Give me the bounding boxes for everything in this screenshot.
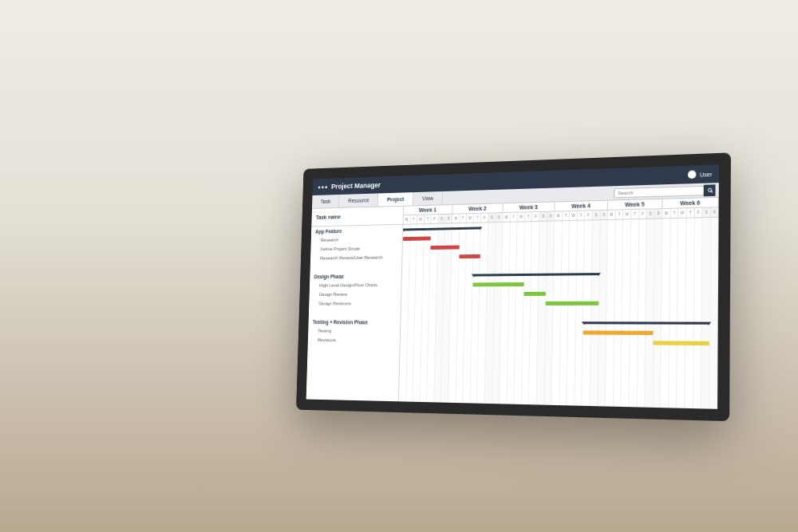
day-header: T — [616, 210, 624, 219]
day-header: T — [525, 212, 532, 221]
day-header: M — [452, 214, 460, 223]
gantt-summary-bar[interactable] — [583, 321, 709, 325]
day-header: M — [608, 211, 616, 219]
gantt-task-bar[interactable] — [472, 282, 523, 286]
week-header: Week 6 — [662, 198, 718, 208]
task-row[interactable]: Testing — [308, 326, 400, 336]
week-header: Week 4 — [555, 201, 608, 211]
task-row[interactable] — [309, 308, 401, 317]
user-label: User — [700, 171, 713, 177]
gantt-task-bar[interactable] — [403, 236, 431, 241]
day-header: M — [503, 213, 510, 222]
timeline: Week 1Week 2Week 3Week 4Week 5Week 6 MTW… — [399, 198, 719, 409]
gantt-task-bar[interactable] — [431, 245, 460, 249]
day-header: T — [670, 209, 678, 219]
user-avatar-icon — [688, 171, 697, 179]
day-header: T — [578, 211, 586, 219]
day-header: W — [467, 214, 474, 223]
bar-row — [401, 308, 717, 318]
day-header: F — [431, 215, 438, 223]
week-header: Week 1 — [404, 205, 453, 215]
day-header: S — [445, 215, 452, 223]
tab-view[interactable]: View — [413, 191, 443, 205]
window-controls[interactable] — [318, 186, 327, 188]
day-header: W — [417, 215, 425, 224]
task-row[interactable]: Design Review — [309, 290, 401, 299]
day-header: T — [563, 211, 571, 220]
day-header: S — [496, 213, 503, 222]
search-button[interactable] — [704, 184, 716, 196]
task-row-group[interactable]: Testing + Revision Phase — [308, 317, 400, 327]
day-header: T — [410, 215, 417, 224]
day-header: S — [438, 215, 445, 223]
day-header: T — [460, 214, 467, 223]
day-header: S — [593, 211, 601, 219]
task-row-group[interactable]: Design Phase — [310, 271, 401, 282]
day-header: S — [547, 211, 555, 220]
day-header: S — [488, 213, 496, 222]
task-row[interactable]: Design Revisions — [309, 298, 401, 308]
day-header: T — [474, 214, 481, 223]
day-header: M — [662, 209, 670, 219]
tab-project[interactable]: Project — [378, 192, 413, 207]
week-header: Week 2 — [452, 203, 503, 213]
search-placeholder: Search — [618, 190, 633, 195]
app-title: Project Manager — [331, 181, 381, 191]
day-header: M — [555, 211, 563, 220]
task-row[interactable]: High Level Design/Flow Charts — [310, 280, 401, 290]
gantt-task-bar[interactable] — [583, 330, 654, 335]
search-input[interactable]: Search — [614, 185, 705, 198]
day-header: T — [425, 215, 432, 223]
day-header: T — [511, 213, 518, 222]
day-header: W — [570, 211, 578, 220]
day-header: F — [694, 208, 702, 218]
day-header: S — [600, 211, 608, 219]
gantt-task-bar[interactable] — [523, 291, 546, 295]
day-header: M — [403, 215, 410, 224]
gantt-task-bar[interactable] — [459, 254, 480, 258]
day-header: F — [585, 211, 593, 219]
day-header: S — [655, 209, 663, 219]
week-header: Week 3 — [503, 202, 555, 212]
day-header: S — [703, 208, 711, 218]
day-header: S — [540, 212, 548, 221]
tab-task[interactable]: Task — [312, 195, 340, 208]
day-header: T — [686, 208, 694, 218]
gantt-task-bar[interactable] — [546, 301, 599, 305]
bar-row — [401, 298, 718, 308]
gantt-task-bar[interactable] — [654, 341, 710, 345]
tab-resource[interactable]: Resource — [339, 193, 378, 207]
gantt-chart: Task name App FeatureResearchDefine Proj… — [306, 198, 719, 409]
app-screen: Project Manager User TaskResourceProject… — [296, 152, 731, 421]
day-header: W — [518, 212, 525, 221]
search-icon — [707, 188, 711, 192]
day-header: F — [481, 214, 488, 223]
task-column-header: Task name — [311, 207, 403, 227]
day-header: W — [623, 210, 631, 219]
day-header: S — [647, 209, 655, 218]
week-header: Week 5 — [608, 199, 663, 210]
gantt-bars — [401, 218, 719, 349]
day-header: T — [631, 210, 639, 219]
day-header: F — [639, 210, 647, 219]
gantt-summary-bar[interactable] — [403, 227, 481, 231]
task-row[interactable]: Revisions — [308, 335, 400, 345]
gantt-summary-bar[interactable] — [472, 273, 599, 276]
task-name-column: Task name App FeatureResearchDefine Proj… — [306, 207, 404, 402]
day-header: S — [711, 207, 719, 217]
day-header: W — [678, 208, 686, 218]
day-header: F — [532, 212, 539, 221]
user-menu[interactable]: User — [688, 170, 712, 179]
laptop: Project Manager User TaskResourceProject… — [294, 152, 731, 472]
